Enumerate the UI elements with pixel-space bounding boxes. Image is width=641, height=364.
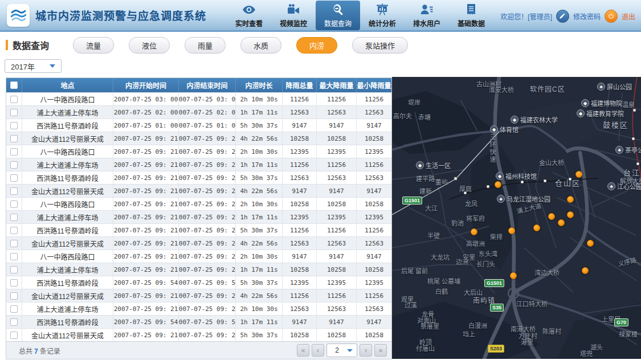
flood-point-marker[interactable] — [558, 219, 565, 226]
road-shield: S35 — [490, 304, 504, 312]
toolbar: 数据查询 流量液位雨量水质内涝泵站操作 — [0, 35, 641, 55]
row-checkbox[interactable] — [10, 135, 18, 142]
row-checkbox[interactable] — [10, 214, 18, 221]
cell-end-time: 2007-07-25 09: 21 — [179, 132, 236, 145]
page-select[interactable]: 2 — [326, 343, 357, 357]
flood-point-marker[interactable] — [548, 213, 555, 220]
cell-rain-min: 11256 — [357, 158, 391, 171]
cell-start-time: 2007-07-25 09: 21 — [113, 289, 179, 302]
flood-point-marker[interactable] — [567, 196, 574, 203]
row-checkbox[interactable] — [10, 332, 18, 339]
year-select[interactable]: 2017年 — [5, 59, 62, 73]
map-panel[interactable]: 古山洲村淮安大桥软件园C区温泉堤岸高尔夫赤塘鼓楼区金山大桥台江解放大桥建平路董屿… — [392, 77, 641, 359]
cell-rain-min: 12395 — [357, 145, 391, 158]
flood-point-marker[interactable] — [495, 181, 501, 188]
tab-flow[interactable]: 流量 — [73, 37, 114, 54]
row-checkbox-cell — [6, 263, 22, 276]
table-row: 八一中路西段路口2007-07-25 09: 212007-07-25 09: … — [6, 145, 391, 158]
cell-rain-min: 10258 — [357, 198, 391, 210]
flood-point-marker[interactable] — [567, 211, 574, 218]
header-bar: 城市内涝监测预警与应急调度系统 实时查看视频监控数据查询统计分析排水用户基础数据… — [0, 0, 641, 32]
table-row: 浦上大道浦上停车场2007-07-25 09: 212007-07-25 09:… — [6, 210, 391, 223]
row-checkbox[interactable] — [10, 161, 18, 169]
map-label: 建平路 — [416, 174, 435, 183]
cell-start-time: 2007-07-25 09: 21 — [113, 132, 179, 145]
table-row: 西洪路11号祭酒岭段2007-07-25 09: 212007-07-25 09… — [6, 171, 391, 184]
row-checkbox[interactable] — [10, 148, 18, 156]
column-header-4: 降雨总量 — [283, 78, 317, 92]
cell-start-time: 2007-07-25 09: 21 — [113, 185, 179, 197]
map-label: 鼓楼区 — [603, 119, 628, 130]
cell-end-time: 2007-07-25 09: 21 — [179, 263, 236, 276]
row-checkbox[interactable] — [10, 318, 18, 326]
flood-point-marker[interactable] — [510, 272, 517, 279]
row-checkbox[interactable] — [10, 305, 18, 313]
flood-point-marker[interactable] — [587, 240, 594, 247]
prev-page-button[interactable]: ‹ — [312, 344, 324, 357]
flood-point-marker[interactable] — [575, 171, 582, 178]
wave-logo-icon — [9, 6, 28, 25]
flood-point-marker[interactable] — [471, 228, 477, 235]
row-checkbox[interactable] — [10, 227, 18, 234]
map-label: 湾边大桥 — [534, 268, 560, 277]
cell-end-time: 2007-07-25 09: 21 — [179, 158, 236, 171]
flood-point-marker[interactable] — [582, 267, 589, 274]
nav-item-base-data[interactable]: 基础数据 — [449, 0, 493, 31]
first-page-button[interactable]: « — [297, 344, 309, 357]
flood-point-marker[interactable] — [533, 224, 540, 231]
cell-end-time: 2007-07-25 09: 21 — [179, 302, 236, 315]
cell-end-time: 2007-07-25 09: 21 — [179, 289, 236, 302]
cell-location: 八一中路西段路口 — [22, 145, 113, 158]
table-row: 浦上大道浦上停车场2007-07-25 09: 212007-07-25 09:… — [6, 158, 391, 171]
row-checkbox-cell — [6, 198, 22, 210]
cell-rain-total: 10258 — [283, 263, 317, 276]
row-checkbox[interactable] — [10, 96, 18, 103]
row-checkbox[interactable] — [10, 279, 18, 287]
row-checkbox[interactable] — [10, 187, 18, 195]
change-password-link[interactable]: 修改密码 — [573, 11, 601, 21]
map-label: 长门头 — [476, 259, 495, 268]
map-label: 大龙坑 — [431, 252, 450, 261]
map-label: 赤塘 — [418, 112, 431, 121]
table-row: 八一中路西段路口2007-07-25 09: 212007-07-25 09: … — [6, 250, 391, 263]
row-checkbox[interactable] — [10, 109, 18, 116]
cell-rain-min: 10258 — [357, 329, 391, 341]
tab-level[interactable]: 液位 — [129, 37, 170, 54]
nav-item-drain-users[interactable]: 排水用户 — [405, 0, 449, 31]
nav-item-statistics[interactable]: 统计分析 — [360, 0, 405, 31]
row-checkbox[interactable] — [10, 201, 18, 208]
tab-pump-station[interactable]: 泵站操作 — [352, 37, 408, 54]
row-checkbox[interactable] — [10, 292, 18, 300]
cell-end-time: 2007-07-25 02: 00 — [179, 106, 236, 118]
nav-item-realtime-view[interactable]: 实时查看 — [227, 0, 271, 31]
next-page-button[interactable]: › — [360, 344, 372, 357]
cell-rain-max: 12395 — [317, 145, 357, 158]
select-all-checkbox[interactable] — [10, 81, 18, 89]
nav-item-video-monitor[interactable]: 视频监控 — [271, 0, 316, 31]
tab-water-quality[interactable]: 水质 — [240, 37, 281, 54]
tab-rainfall[interactable]: 雨量 — [185, 37, 226, 54]
cell-start-time: 2007-07-25 02: 00 — [113, 106, 179, 118]
cell-rain-min: 9147 — [357, 119, 391, 132]
user-list-icon — [419, 3, 434, 17]
map-label: 厚庭 — [459, 184, 472, 193]
row-checkbox[interactable] — [10, 122, 18, 129]
row-checkbox[interactable] — [10, 174, 18, 182]
cell-duration: 1h 17m 11s — [236, 263, 283, 276]
edit-password-icon[interactable] — [556, 10, 569, 23]
row-checkbox[interactable] — [10, 266, 18, 273]
nav-item-data-query[interactable]: 数据查询 — [316, 1, 360, 30]
cell-duration: 1h 17m 11s — [236, 158, 283, 171]
last-page-button[interactable]: » — [374, 344, 387, 357]
logout-link[interactable]: 退出 — [622, 11, 635, 21]
tab-waterlogging[interactable]: 内涝 — [296, 37, 337, 54]
row-checkbox[interactable] — [10, 253, 18, 260]
cell-rain-max: 12563 — [317, 302, 357, 315]
row-checkbox[interactable] — [10, 240, 18, 247]
title-accent-bar — [6, 40, 8, 50]
power-icon[interactable] — [605, 10, 618, 23]
cell-duration: 5h 30m 37s — [236, 329, 283, 341]
chevron-down-icon — [50, 64, 55, 68]
cell-rain-min: 11256 — [357, 224, 391, 236]
flood-point-marker[interactable] — [508, 227, 515, 234]
